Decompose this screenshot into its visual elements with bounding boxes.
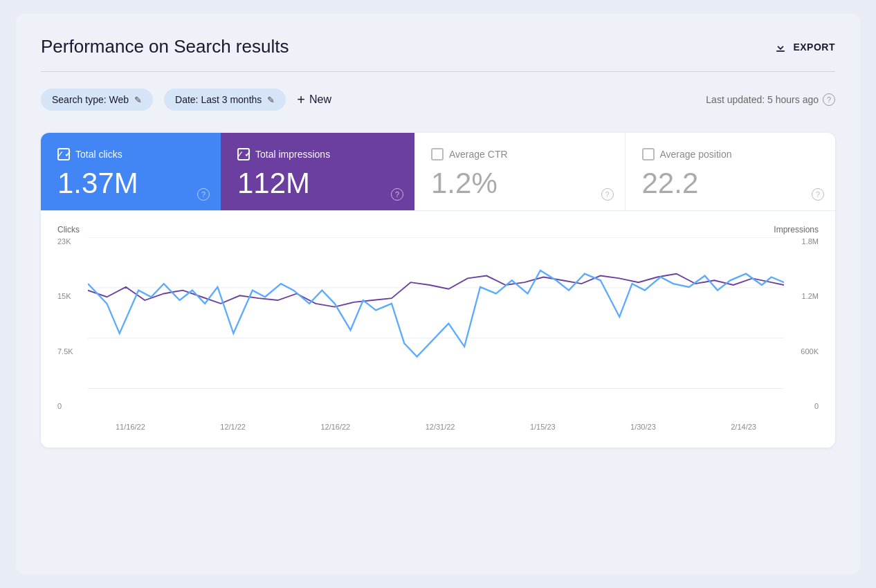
avg-position-card[interactable]: Average position 22.2 ? [626, 133, 836, 210]
avg-position-value: 22.2 [642, 169, 819, 198]
avg-ctr-help: ? [601, 187, 614, 201]
export-button[interactable]: EXPORT [774, 40, 835, 54]
date-filter-label: Date: Last 3 months [175, 94, 262, 105]
avg-position-checkbox[interactable] [642, 148, 655, 160]
total-clicks-value: 1.37M [57, 169, 204, 198]
avg-ctr-help-icon[interactable]: ? [601, 188, 614, 201]
last-updated-help-icon[interactable]: ? [823, 93, 835, 106]
total-impressions-help-icon[interactable]: ? [391, 188, 403, 201]
new-filter-button[interactable]: + New [297, 92, 331, 108]
total-impressions-checkbox[interactable]: ✓ [237, 148, 250, 160]
header: Performance on Search results EXPORT [41, 36, 835, 72]
avg-position-help-icon[interactable]: ? [812, 188, 824, 201]
y-right-1: 1.8M [788, 237, 819, 246]
metrics-row: ✓ Total clicks 1.37M ? ✓ Total impressio… [41, 133, 835, 211]
avg-ctr-card[interactable]: Average CTR 1.2% ? [414, 133, 626, 210]
avg-ctr-value: 1.2% [431, 169, 608, 198]
avg-position-label-row: Average position [642, 148, 819, 160]
total-impressions-value: 112M [237, 169, 398, 198]
x-label-5: 1/15/23 [530, 423, 556, 431]
x-label-6: 1/30/23 [630, 423, 656, 431]
main-container: Performance on Search results EXPORT Sea… [16, 14, 860, 574]
total-clicks-help: ? [197, 187, 210, 201]
total-impressions-label-row: ✓ Total impressions [237, 148, 398, 160]
date-filter[interactable]: Date: Last 3 months ✎ [164, 89, 286, 111]
total-clicks-label-row: ✓ Total clicks [57, 148, 204, 160]
avg-ctr-label-row: Average CTR [431, 148, 608, 160]
y-left-3: 7.5K [57, 347, 82, 356]
search-type-label: Search type: Web [52, 94, 129, 105]
clicks-line [88, 270, 784, 357]
chart-svg [88, 237, 784, 396]
y-left-4: 0 [57, 402, 82, 410]
search-type-edit-icon: ✎ [134, 95, 142, 105]
x-axis: 11/16/22 12/1/22 12/16/22 12/31/22 1/15/… [88, 417, 784, 431]
search-type-filter[interactable]: Search type: Web ✎ [41, 89, 153, 111]
x-label-1: 11/16/22 [116, 423, 145, 431]
avg-position-help: ? [812, 187, 824, 201]
x-label-3: 12/16/22 [320, 423, 350, 431]
total-clicks-help-icon[interactable]: ? [197, 188, 210, 201]
total-impressions-label: Total impressions [255, 149, 330, 160]
y-left-2: 15K [57, 292, 82, 300]
y-left-1: 23K [57, 237, 82, 246]
last-updated: Last updated: 5 hours ago ? [706, 93, 835, 106]
y-axis-right: 1.8M 1.2M 600K 0 [788, 237, 819, 410]
total-clicks-card[interactable]: ✓ Total clicks 1.37M ? [41, 133, 221, 210]
export-label: EXPORT [793, 42, 835, 53]
right-axis-label: Impressions [774, 225, 819, 235]
total-impressions-card[interactable]: ✓ Total impressions 112M ? [221, 133, 414, 210]
last-updated-text: Last updated: 5 hours ago [706, 94, 819, 105]
avg-position-label: Average position [660, 149, 732, 160]
chart-area: Clicks Impressions 23K 15K 7.5K 0 1.8M 1… [41, 211, 835, 448]
y-right-3: 600K [788, 347, 819, 356]
metrics-chart-card: ✓ Total clicks 1.37M ? ✓ Total impressio… [41, 133, 835, 448]
y-axis-left: 23K 15K 7.5K 0 [57, 237, 82, 410]
page-title: Performance on Search results [41, 36, 289, 57]
plus-icon: + [297, 92, 305, 108]
filters-row: Search type: Web ✎ Date: Last 3 months ✎… [41, 89, 835, 111]
chart-axis-labels: Clicks Impressions [57, 225, 819, 235]
y-right-2: 1.2M [788, 292, 819, 300]
download-icon [774, 40, 787, 54]
total-clicks-checkbox[interactable]: ✓ [57, 148, 70, 160]
chart-wrapper: 23K 15K 7.5K 0 1.8M 1.2M 600K 0 [57, 237, 819, 431]
avg-ctr-label: Average CTR [449, 149, 508, 160]
total-impressions-help: ? [391, 187, 403, 201]
date-edit-icon: ✎ [267, 95, 275, 105]
x-label-7: 2/14/23 [731, 423, 756, 431]
left-axis-label: Clicks [57, 225, 80, 235]
avg-ctr-checkbox[interactable] [431, 148, 444, 160]
x-label-2: 12/1/22 [220, 423, 246, 431]
x-label-4: 12/31/22 [426, 423, 455, 431]
new-label: New [309, 93, 331, 106]
total-clicks-label: Total clicks [75, 149, 122, 160]
y-right-4: 0 [788, 402, 819, 410]
